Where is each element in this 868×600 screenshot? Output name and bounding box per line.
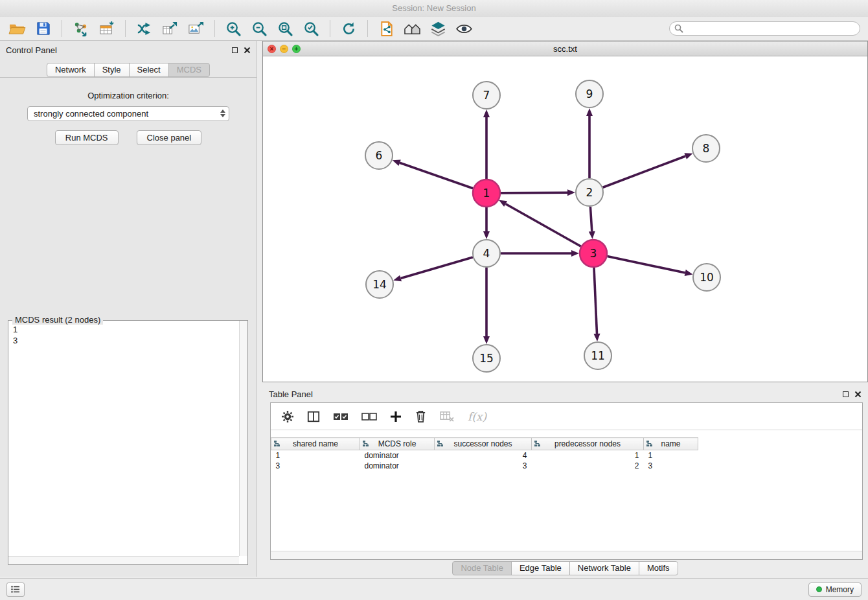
unselect-all-columns-button[interactable] [361,411,377,422]
interaction-sort-icon[interactable] [534,440,541,449]
close-panel-button[interactable]: Close panel [137,130,202,145]
table-row[interactable]: 3dominator323 [271,461,698,471]
control-panel-tabs: NetworkStyleSelectMCDS [0,63,257,77]
network-graph[interactable]: 7968124314101511 [263,56,867,382]
share-document-button[interactable] [376,19,397,38]
zoom-selected-button[interactable] [301,19,322,38]
import-network-button[interactable] [70,19,91,38]
table-tab-network-table[interactable]: Network Table [569,561,639,575]
search-input[interactable] [669,21,860,36]
table-cell[interactable]: 1 [644,450,698,461]
edge-3-1[interactable] [506,204,581,247]
apply-layout-button[interactable] [338,19,360,38]
edge-2-3[interactable] [590,207,591,231]
window-minimize-icon[interactable]: − [280,45,288,53]
graph-node-11[interactable]: 11 [584,342,611,369]
table-settings-button[interactable] [281,410,294,423]
run-mcds-button[interactable]: Run MCDS [55,130,119,145]
unchecked-boxes-icon [361,411,377,422]
window-zoom-icon[interactable]: + [292,45,301,53]
table-cell[interactable]: 4 [435,450,532,461]
table-tab-edge-table[interactable]: Edge Table [511,561,570,575]
task-history-button[interactable] [6,583,25,597]
create-column-button[interactable] [390,411,402,422]
edge-4-14[interactable] [401,257,473,278]
function-builder-button[interactable]: f(x) [468,410,486,423]
table-cell[interactable]: 1 [271,450,360,461]
delete-column-button[interactable] [415,410,427,423]
graph-node-10[interactable]: 10 [693,264,720,291]
column-header-shared-name[interactable]: shared name [271,438,360,450]
export-image-button[interactable] [185,19,207,38]
clear-table-button[interactable] [440,410,455,422]
save-session-button[interactable] [32,19,54,38]
mcds-result-text[interactable]: 13 [9,322,238,555]
style-button[interactable] [428,19,449,38]
import-table-button[interactable] [96,19,117,38]
table-panel-header: Table Panel [262,387,868,401]
edge-1-6[interactable] [400,163,473,189]
memory-button[interactable]: Memory [808,583,862,597]
graph-node-1[interactable]: 1 [473,179,500,207]
edge-2-8[interactable] [603,156,686,187]
tab-mcds[interactable]: MCDS [168,63,210,77]
table-cell[interactable]: 3 [644,461,698,471]
interaction-sort-icon[interactable] [646,440,653,449]
column-header-successor-nodes[interactable]: successor nodes [435,438,532,450]
float-panel-icon[interactable] [232,47,238,53]
close-panel-icon[interactable] [244,47,251,54]
tab-style[interactable]: Style [94,63,130,77]
image-export-icon [188,21,204,37]
edge-3-10[interactable] [608,257,685,273]
column-header-MCDS-role[interactable]: MCDS role [360,438,435,450]
graph-node-9[interactable]: 9 [576,80,603,108]
network-from-table-button[interactable] [159,19,181,38]
result-vertical-scrollbar[interactable] [239,321,247,556]
table-tab-node-table[interactable]: Node Table [452,561,512,575]
float-panel-icon[interactable] [843,391,849,397]
network-window-titlebar[interactable]: × − + scc.txt [263,41,867,56]
window-close-icon[interactable]: × [268,45,276,53]
graph-node-4[interactable]: 4 [473,240,500,267]
tab-network[interactable]: Network [47,63,95,77]
edge-1-2[interactable] [501,192,567,193]
edge-3-11[interactable] [594,268,597,334]
zoom-fit-button[interactable] [275,19,296,38]
table-cell[interactable]: 2 [532,461,644,471]
interaction-sort-icon[interactable] [437,440,444,449]
zoom-in-button[interactable] [223,19,244,38]
close-panel-icon[interactable] [854,391,862,398]
result-horizontal-scrollbar[interactable] [8,556,239,564]
open-session-button[interactable] [6,19,28,38]
network-canvas[interactable]: 7968124314101511 [263,56,867,382]
neighbors-button[interactable] [402,19,423,38]
graph-node-15[interactable]: 15 [473,345,500,372]
graph-node-14[interactable]: 14 [366,271,393,298]
table-cell[interactable]: 1 [532,450,644,461]
table-cell[interactable]: 3 [271,461,360,471]
table-cell[interactable]: dominator [360,450,435,461]
column-header-name[interactable]: name [644,438,698,450]
table-cell[interactable]: dominator [360,461,435,471]
houses-icon [403,21,422,36]
graph-node-3[interactable]: 3 [580,240,607,267]
show-columns-button[interactable] [307,410,320,423]
new-network-button[interactable] [133,19,155,38]
tab-select[interactable]: Select [129,63,169,77]
table-cell[interactable]: 3 [435,461,532,471]
criterion-dropdown[interactable]: strongly connected component [27,106,229,121]
zoom-out-button[interactable] [249,19,270,38]
interaction-sort-icon[interactable] [273,440,280,449]
table-tab-motifs[interactable]: Motifs [639,561,678,575]
show-hide-button[interactable] [453,19,475,38]
graph-node-2[interactable]: 2 [576,179,603,206]
graph-node-7[interactable]: 7 [473,82,500,109]
select-all-columns-button[interactable] [333,411,348,422]
column-header-predecessor-nodes[interactable]: predecessor nodes [532,438,644,450]
graph-node-6[interactable]: 6 [365,142,393,169]
table-horizontal-scrollbar[interactable] [271,551,862,559]
graph-node-8[interactable]: 8 [692,135,720,162]
interaction-sort-icon[interactable] [362,440,369,449]
memory-status-icon [816,586,822,592]
table-row[interactable]: 1dominator411 [271,450,698,461]
